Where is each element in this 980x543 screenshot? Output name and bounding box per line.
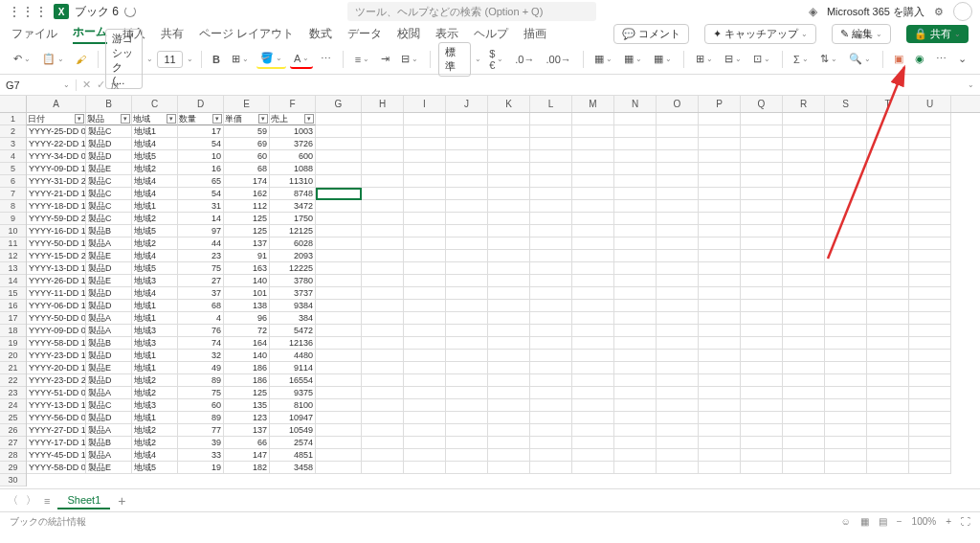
cell[interactable]: [446, 150, 488, 163]
cell[interactable]: [404, 113, 446, 125]
tab-draw[interactable]: 描画: [523, 26, 546, 42]
tab-file[interactable]: ファイル: [11, 26, 57, 42]
cell[interactable]: [867, 325, 909, 337]
cell[interactable]: [783, 125, 825, 138]
cell[interactable]: [699, 437, 741, 449]
align-button[interactable]: ≡⌄: [351, 51, 373, 68]
cell[interactable]: [909, 437, 951, 449]
cell[interactable]: 地域2: [132, 424, 178, 437]
cell[interactable]: [741, 350, 783, 362]
cell[interactable]: [530, 113, 572, 125]
cell[interactable]: [530, 437, 572, 449]
cell[interactable]: [909, 163, 951, 175]
cell[interactable]: 地域2: [132, 163, 178, 175]
cell[interactable]: [825, 188, 867, 200]
cell[interactable]: [741, 300, 783, 312]
cell[interactable]: 地域4: [132, 138, 178, 150]
cell[interactable]: [488, 238, 530, 250]
cell[interactable]: [572, 312, 614, 325]
cell[interactable]: [657, 125, 699, 138]
cell[interactable]: [530, 449, 572, 462]
row-header[interactable]: 8: [0, 200, 26, 213]
cell[interactable]: 2093: [270, 250, 316, 262]
cell[interactable]: [316, 287, 362, 300]
cell[interactable]: [657, 262, 699, 275]
cell[interactable]: [614, 113, 657, 125]
cell[interactable]: [446, 188, 488, 200]
cell[interactable]: [909, 287, 951, 300]
cell[interactable]: YYYY-11-DD 15:11:55: [27, 287, 86, 300]
cell[interactable]: [657, 437, 699, 449]
cell[interactable]: [699, 287, 741, 300]
cell[interactable]: [316, 225, 362, 238]
cell[interactable]: [488, 424, 530, 437]
cell[interactable]: YYYY-23-DD 23:23:55: [27, 374, 86, 387]
cell[interactable]: 174: [224, 175, 270, 188]
decimal-dec-button[interactable]: .0→: [511, 51, 538, 68]
cell[interactable]: 地域4: [132, 449, 178, 462]
row-header[interactable]: 18: [0, 325, 26, 337]
cell[interactable]: [741, 287, 783, 300]
cell[interactable]: [362, 175, 404, 188]
cell[interactable]: YYYY-09-DD 13:09:55: [27, 163, 86, 175]
cell[interactable]: 54: [178, 188, 224, 200]
cell[interactable]: [783, 163, 825, 175]
cell[interactable]: [316, 374, 362, 387]
cell[interactable]: [404, 138, 446, 150]
cell[interactable]: [614, 262, 657, 275]
cell[interactable]: 125: [224, 387, 270, 399]
number-format-select[interactable]: 標準: [438, 42, 472, 77]
cell[interactable]: [741, 188, 783, 200]
cell[interactable]: [783, 200, 825, 213]
tab-pagelayout[interactable]: ページ レイアウト: [199, 26, 294, 42]
cell[interactable]: 96: [224, 312, 270, 325]
cell[interactable]: [362, 374, 404, 387]
cell[interactable]: [316, 238, 362, 250]
cell[interactable]: [316, 150, 362, 163]
cell[interactable]: [699, 125, 741, 138]
cell[interactable]: [488, 262, 530, 275]
cell[interactable]: [614, 387, 657, 399]
cell[interactable]: 2574: [270, 437, 316, 449]
filter-icon[interactable]: ▾: [167, 114, 176, 124]
cell[interactable]: [783, 399, 825, 412]
cell[interactable]: 8748: [270, 188, 316, 200]
cell[interactable]: [741, 238, 783, 250]
cell[interactable]: [362, 113, 404, 125]
cell[interactable]: [572, 325, 614, 337]
cell[interactable]: [530, 325, 572, 337]
fx-icon[interactable]: fx: [111, 79, 120, 91]
cell[interactable]: YYYY-25-DD 01:25:55: [27, 125, 86, 138]
cell[interactable]: [783, 175, 825, 188]
cell[interactable]: 製品A: [86, 424, 132, 437]
cell[interactable]: [446, 312, 488, 325]
cell[interactable]: [657, 238, 699, 250]
cell[interactable]: [316, 262, 362, 275]
zoom-level[interactable]: 100%: [912, 516, 937, 527]
cell[interactable]: [825, 262, 867, 275]
header-cell[interactable]: 売上▾: [270, 113, 316, 125]
cell[interactable]: [867, 125, 909, 138]
cell[interactable]: 76: [178, 325, 224, 337]
edit-button[interactable]: ✎ 編集 ⌄: [832, 24, 891, 44]
cell[interactable]: 32: [178, 350, 224, 362]
cell[interactable]: [316, 300, 362, 312]
cell[interactable]: [488, 225, 530, 238]
cell[interactable]: [446, 262, 488, 275]
cell[interactable]: 製品D: [86, 300, 132, 312]
cell[interactable]: 8100: [270, 399, 316, 412]
cell[interactable]: [909, 188, 951, 200]
cell[interactable]: [614, 412, 657, 424]
cell[interactable]: [404, 125, 446, 138]
filter-icon[interactable]: ▾: [121, 114, 130, 124]
cell[interactable]: [741, 163, 783, 175]
cell[interactable]: 14: [178, 213, 224, 225]
cell[interactable]: [572, 225, 614, 238]
cell[interactable]: [488, 325, 530, 337]
cell[interactable]: 地域3: [132, 399, 178, 412]
copilot-button[interactable]: ◉: [911, 50, 928, 68]
cell[interactable]: [488, 362, 530, 374]
cell[interactable]: 89: [178, 374, 224, 387]
col-header-E[interactable]: E: [224, 96, 270, 112]
fullscreen-icon[interactable]: ⛶: [961, 516, 970, 527]
